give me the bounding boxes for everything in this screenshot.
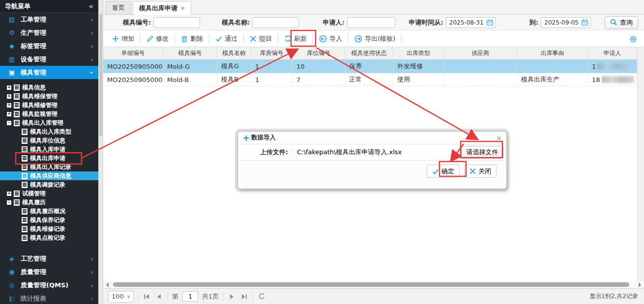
mold-name-input[interactable] (252, 17, 299, 28)
redacted-phone (602, 76, 634, 83)
approve-button[interactable]: 通过 (210, 32, 242, 45)
col-header[interactable]: 模具编号 (163, 47, 217, 59)
tree-item-mold-maintenance[interactable]: + 模具维保管理 (0, 92, 98, 101)
calendar-icon[interactable] (581, 19, 588, 26)
quality-icon: ◉ (7, 268, 17, 276)
table-row[interactable]: MO202509050002 Mold-G 模具G 1 10 保养 外发维修 1 (103, 60, 637, 73)
tree-item-label: 模具保养记录 (30, 216, 65, 224)
tree-item-inbound-application[interactable]: 模具入库申请 (0, 145, 98, 154)
grid-settings-button[interactable] (629, 35, 637, 43)
tree-item-supplier-info[interactable]: 模具供应商信息 (0, 171, 98, 180)
calendar-icon[interactable] (486, 19, 494, 26)
choose-file-button[interactable]: 请选择文件 (461, 146, 503, 159)
tree-item-mold-inout-mgmt[interactable]: - 模具出入库管理 (0, 118, 98, 127)
reject-button[interactable]: 驳回 (245, 32, 277, 45)
dialog-close-icon[interactable]: × (496, 134, 502, 142)
scroll-right-arrow[interactable] (639, 282, 641, 287)
chevron-down-icon: › (88, 71, 96, 74)
delete-button[interactable]: 删除 (176, 32, 208, 45)
tree-item-mold-repair[interactable]: + 模具维修管理 (0, 101, 98, 110)
sidebar-item-work-order[interactable]: ▤ 工单管理 › (0, 13, 98, 26)
tree-item-label: 模具监视管理 (22, 110, 58, 118)
tab-close-icon[interactable]: × (180, 5, 185, 11)
date-from-value: 2025-08-31 (449, 19, 484, 26)
tree-item-inout-type[interactable]: 模具出入库类型 (0, 127, 98, 136)
sidebar-item-equipment[interactable]: ▥ 设备管理 › (0, 53, 98, 66)
page-size-select[interactable]: 100 ∨ (108, 291, 134, 303)
tree-item-inout-records[interactable]: 模具出入库记录 (0, 163, 98, 171)
expand-icon[interactable]: + (7, 94, 11, 99)
edit-button[interactable]: 修改 (142, 32, 174, 45)
first-page-button[interactable] (142, 292, 151, 301)
col-header[interactable]: 库房编号 (251, 47, 293, 59)
page-number-input[interactable] (182, 291, 198, 302)
grid-vertical-scrollbar[interactable] (637, 47, 644, 281)
col-header[interactable]: 申请人 (588, 47, 637, 59)
export-template-button[interactable]: 导出(模板) (350, 32, 400, 45)
mold-no-input[interactable] (153, 17, 200, 28)
tab-home[interactable]: 首页 (106, 1, 131, 14)
sidebar-item-qms[interactable]: ◎ 质量管理(QMS) › (0, 278, 98, 292)
expand-icon[interactable]: + (7, 192, 11, 196)
scroll-left-arrow[interactable] (106, 282, 109, 287)
tab-mold-outbound-application[interactable]: 模具出库申请 × (133, 1, 191, 15)
sidebar-scrollbar-thumb[interactable] (99, 14, 102, 137)
sidebar-title: 导航菜单 (5, 2, 30, 11)
cell-reason: 模具出库生产 (517, 73, 588, 86)
tree-item-maintain-records[interactable]: 模具保养记录 (0, 216, 98, 224)
expand-icon[interactable]: + (7, 85, 11, 90)
tree-item-outbound-application[interactable]: 模具出库申请 (0, 154, 98, 163)
add-button[interactable]: 增加 (107, 32, 139, 45)
col-header[interactable]: 供应商 (444, 47, 517, 59)
date-from-input[interactable]: 2025-08-31 (446, 17, 496, 28)
page-prefix-label: 第 (172, 292, 178, 301)
sidebar-item-process[interactable]: ◈ 工艺管理 › (0, 252, 98, 265)
expand-icon[interactable]: + (7, 112, 11, 116)
applicant-input[interactable] (347, 17, 395, 28)
sidebar-item-mold[interactable]: ▣ 模具管理 › (0, 66, 98, 79)
refresh-button[interactable]: 刷新 (279, 32, 312, 45)
date-to-input[interactable]: 2025-09-05 (541, 17, 591, 28)
search-button[interactable]: 查询 (605, 16, 638, 29)
col-header[interactable]: 出库类型 (393, 47, 444, 59)
tree-item-storage-location[interactable]: 模具库位信息 (0, 136, 98, 145)
table-row[interactable]: MO202509050001 Mold-B 模具B 1 7 正常 使用 模具出库… (103, 73, 637, 86)
close-button[interactable]: 关闭 (464, 165, 497, 178)
tree-item-history-overview[interactable]: 模具履历概况 (0, 207, 98, 216)
tree-item-transfer-records[interactable]: 模具调拨记录 (0, 180, 98, 189)
tree-item-label: 模具出库申请 (30, 154, 65, 163)
col-header[interactable]: 库位编号 (293, 47, 345, 59)
tree-item-mold-monitor[interactable]: + 模具监视管理 (0, 110, 98, 118)
expand-icon[interactable]: + (7, 103, 11, 108)
tree-item-spot-check-records[interactable]: 模具点检记录 (0, 233, 98, 242)
sidebar-item-report[interactable]: ◧ 统计报表 › (0, 292, 98, 304)
reload-button[interactable] (257, 292, 266, 301)
sidebar-item-quality[interactable]: ◉ 质量管理 › (0, 265, 98, 278)
collapse-node-icon[interactable]: - (7, 200, 11, 205)
grid-toolbar: 增加 修改 删除 通过 驳回 刷新 导入 导出(模板) (103, 30, 644, 47)
scrollbar-thumb[interactable] (113, 282, 629, 287)
tree-item-mold-history[interactable]: - 模具履历 (0, 198, 98, 207)
collapse-sidebar-icon[interactable]: « (88, 2, 93, 11)
collapse-node-icon[interactable]: - (7, 121, 11, 125)
col-header[interactable]: 出库事由 (517, 47, 588, 59)
sidebar-item-label-mgmt[interactable]: ◆ 标签管理 › (0, 39, 98, 53)
import-button[interactable]: 导入 (314, 32, 347, 45)
col-header[interactable]: 模具使用状态 (345, 47, 393, 59)
cell-applicant: 18 (588, 73, 637, 86)
data-import-dialog: + 数据导入 × 上传文件: 请选择文件 确定 关闭 (237, 131, 507, 189)
col-header[interactable]: 单据编号 (103, 47, 163, 59)
tree-item-mold-info[interactable]: + 模具信息 (0, 83, 98, 92)
grid-horizontal-scrollbar[interactable] (103, 281, 644, 288)
col-header[interactable]: 模具名称 (217, 47, 251, 59)
next-page-button[interactable] (227, 292, 236, 301)
upload-file-input[interactable] (293, 144, 461, 160)
last-page-button[interactable] (240, 292, 249, 301)
sidebar-scrollbar[interactable] (98, 0, 103, 304)
tree-item-repair-records[interactable]: 模具维修记录 (0, 224, 98, 233)
dialog-header[interactable]: + 数据导入 × (238, 132, 506, 144)
sidebar-item-production[interactable]: ⚙ 生产管理 › (0, 26, 98, 39)
ok-button[interactable]: 确定 (427, 165, 460, 178)
tree-item-trial-mold[interactable]: + 试模管理 (0, 189, 98, 198)
prev-page-button[interactable] (155, 292, 164, 301)
